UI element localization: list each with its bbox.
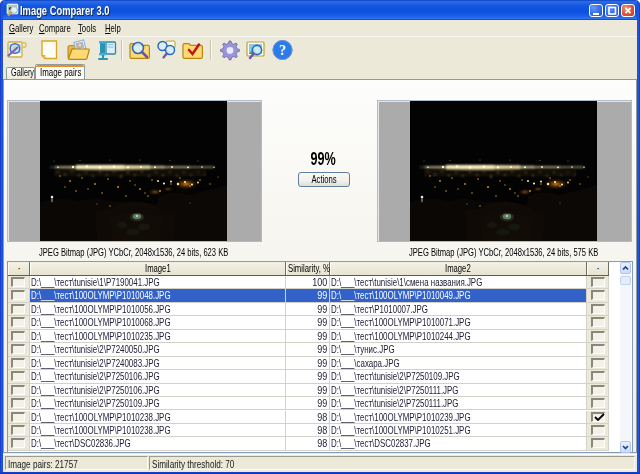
svg-text:?: ?: [279, 43, 286, 58]
